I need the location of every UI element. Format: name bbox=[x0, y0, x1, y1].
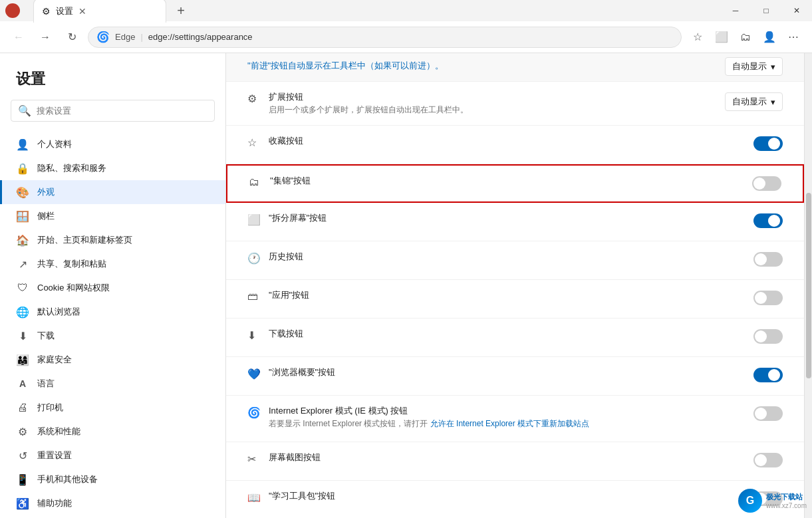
splitscreen-title: "拆分屏幕"按钮 bbox=[269, 212, 743, 224]
history-icon: 🕐 bbox=[247, 252, 269, 265]
address-bar[interactable]: 🌀 Edge | edge://settings/appearance bbox=[88, 27, 682, 48]
downloads-toggle[interactable] bbox=[753, 329, 783, 344]
sidebar-item-sidebar-label: 侧栏 bbox=[37, 210, 55, 222]
history-row: 🕐 历史按钮 bbox=[226, 241, 804, 280]
refresh-button[interactable]: ↻ bbox=[61, 27, 82, 48]
extensions-row: ⚙ 扩展按钮 启用一个或多个扩展时，扩展按钮自动出现在工具栏中。 自动显示 ▾ bbox=[226, 82, 804, 126]
sidebar-item-accessibility[interactable]: ♿ 辅助功能 bbox=[0, 491, 225, 515]
scrollbar-thumb[interactable] bbox=[806, 193, 811, 379]
sidebar-item-language[interactable]: A 语言 bbox=[0, 372, 225, 396]
sidebar-item-share[interactable]: ↗ 共享、复制和粘贴 bbox=[0, 252, 225, 276]
extensions-subtitle: 启用一个或多个扩展时，扩展按钮自动出现在工具栏中。 bbox=[269, 104, 714, 116]
cookie-nav-icon: 🛡 bbox=[16, 281, 29, 295]
sidebar-item-family[interactable]: 👨‍👩‍👧 家庭安全 bbox=[0, 348, 225, 372]
ie-mode-subtitle: 若要显示 Internet Explorer 模式按钮，请打开 允许在 Inte… bbox=[269, 418, 743, 430]
splitscreen-row: ⬜ "拆分屏幕"按钮 bbox=[226, 203, 804, 241]
watermark-text: 极光下载站 www.xz7.com bbox=[766, 492, 807, 509]
ie-mode-toggle[interactable] bbox=[753, 406, 783, 421]
sidebar-title: 设置 bbox=[0, 69, 225, 100]
favorites-icon[interactable]: ☆ bbox=[687, 27, 708, 48]
new-tab-button[interactable]: + bbox=[172, 1, 190, 20]
screenshot-control[interactable] bbox=[753, 453, 783, 467]
extensions-dropdown[interactable]: 自动显示 ▾ bbox=[725, 92, 783, 111]
screenshot-toggle[interactable] bbox=[753, 453, 783, 467]
browser-essentials-icon: 💙 bbox=[247, 368, 269, 380]
ie-mode-icon: 🌀 bbox=[247, 406, 269, 419]
collections-icon[interactable]: 🗂 bbox=[735, 27, 756, 48]
sidebar-item-reset-label: 重置设置 bbox=[37, 450, 72, 461]
sidebar-item-start[interactable]: 🏠 开始、主页和新建标签页 bbox=[0, 228, 225, 252]
sidebar-item-reset[interactable]: ↺ 重置设置 bbox=[0, 444, 225, 467]
sidebar-item-print-label: 打印机 bbox=[37, 402, 63, 414]
scrollbar-track[interactable] bbox=[804, 53, 812, 518]
sidebar-item-start-label: 开始、主页和新建标签页 bbox=[37, 234, 132, 246]
tab-close-button[interactable]: ✕ bbox=[78, 6, 86, 17]
watermark-line2: www.xz7.com bbox=[766, 502, 807, 509]
sidebar-item-profile[interactable]: 👤 个人资料 bbox=[0, 132, 225, 156]
downloads-control[interactable] bbox=[753, 329, 783, 344]
sidebar-item-cookie[interactable]: 🛡 Cookie 和网站权限 bbox=[0, 276, 225, 300]
more-options-icon[interactable]: ⋯ bbox=[783, 27, 804, 48]
downloads-title: 下载按钮 bbox=[269, 328, 743, 340]
watermark-logo: G bbox=[738, 489, 762, 513]
splitscreen-control[interactable] bbox=[753, 213, 783, 228]
favorites-toggle[interactable] bbox=[753, 136, 783, 151]
apps-control[interactable] bbox=[753, 291, 783, 305]
sidebar-item-download[interactable]: ⬇ 下载 bbox=[0, 324, 225, 348]
maximize-button[interactable]: □ bbox=[751, 0, 781, 21]
system-nav-icon: ⚙ bbox=[16, 425, 29, 438]
split-screen-icon[interactable]: ⬜ bbox=[711, 27, 732, 48]
collections-toggle[interactable] bbox=[752, 176, 781, 191]
profile-circle-icon bbox=[5, 3, 20, 18]
splitscreen-icon: ⬜ bbox=[247, 213, 269, 226]
ie-mode-link[interactable]: 允许在 Internet Explorer 模式下重新加载站点 bbox=[430, 419, 589, 428]
sidebar-item-privacy[interactable]: 🔒 隐私、搜索和服务 bbox=[0, 156, 225, 180]
sidebar-item-system-label: 系统和性能 bbox=[37, 426, 80, 438]
privacy-nav-icon: 🔒 bbox=[16, 162, 29, 175]
browser-essentials-control[interactable] bbox=[753, 368, 783, 382]
splitscreen-toggle[interactable] bbox=[753, 213, 783, 228]
learning-icon: 📖 bbox=[247, 491, 269, 504]
sidebar-item-privacy-label: 隐私、搜索和服务 bbox=[37, 162, 106, 174]
history-control[interactable] bbox=[753, 252, 783, 267]
sidebar-item-accessibility-label: 辅助功能 bbox=[37, 497, 72, 509]
extensions-chevron-icon: ▾ bbox=[771, 97, 775, 107]
top-partial-dropdown[interactable]: 自动显示 ▾ bbox=[725, 57, 783, 76]
sidebar-item-share-label: 共享、复制和粘贴 bbox=[37, 258, 106, 270]
screenshot-icon: ✂ bbox=[247, 453, 269, 465]
search-input[interactable] bbox=[37, 106, 207, 116]
family-nav-icon: 👨‍👩‍👧 bbox=[16, 353, 29, 366]
search-icon: 🔍 bbox=[18, 104, 31, 117]
close-button[interactable]: ✕ bbox=[781, 0, 812, 21]
ie-mode-control[interactable] bbox=[753, 406, 783, 421]
sidebar-item-print[interactable]: 🖨 打印机 bbox=[0, 396, 225, 420]
sidebar-item-sidebar[interactable]: 🪟 侧栏 bbox=[0, 204, 225, 228]
apps-toggle[interactable] bbox=[753, 291, 783, 305]
extensions-content: 扩展按钮 启用一个或多个扩展时，扩展按钮自动出现在工具栏中。 bbox=[269, 91, 714, 116]
history-title: 历史按钮 bbox=[269, 251, 743, 263]
browser-essentials-row: 💙 "浏览器概要"按钮 bbox=[226, 357, 804, 396]
sidebar-item-default[interactable]: 🌐 默认浏览器 bbox=[0, 300, 225, 324]
sidebar-item-appearance[interactable]: 🎨 外观 bbox=[0, 180, 225, 204]
minimize-button[interactable]: ─ bbox=[720, 0, 751, 21]
sidebar-item-language-label: 语言 bbox=[37, 378, 55, 390]
collections-row: 🗂 "集锦"按钮 bbox=[226, 164, 804, 203]
search-box[interactable]: 🔍 bbox=[11, 100, 215, 122]
active-tab[interactable]: ⚙ 设置 ✕ bbox=[33, 0, 166, 23]
browser-essentials-toggle[interactable] bbox=[753, 368, 783, 382]
tab-settings-icon: ⚙ bbox=[42, 6, 51, 17]
sidebar-item-about[interactable]: 🔵 关于 Microsoft Edge bbox=[0, 515, 225, 518]
sidebar-item-system[interactable]: ⚙ 系统和性能 bbox=[0, 420, 225, 444]
collections-control[interactable] bbox=[752, 176, 781, 191]
favorites-control[interactable] bbox=[753, 136, 783, 151]
back-button[interactable]: ← bbox=[8, 27, 29, 48]
forward-button[interactable]: → bbox=[35, 27, 56, 48]
learning-title: "学习工具包"按钮 bbox=[269, 490, 743, 502]
sidebar-item-cookie-label: Cookie 和网站权限 bbox=[37, 282, 110, 294]
history-toggle[interactable] bbox=[753, 252, 783, 267]
extensions-dropdown-label: 自动显示 bbox=[732, 96, 767, 108]
profile-icon[interactable]: 👤 bbox=[759, 27, 780, 48]
sidebar-item-phone[interactable]: 📱 手机和其他设备 bbox=[0, 467, 225, 491]
apps-title: "应用"按钮 bbox=[269, 289, 743, 301]
sidebar-nav-icon: 🪟 bbox=[16, 209, 29, 223]
